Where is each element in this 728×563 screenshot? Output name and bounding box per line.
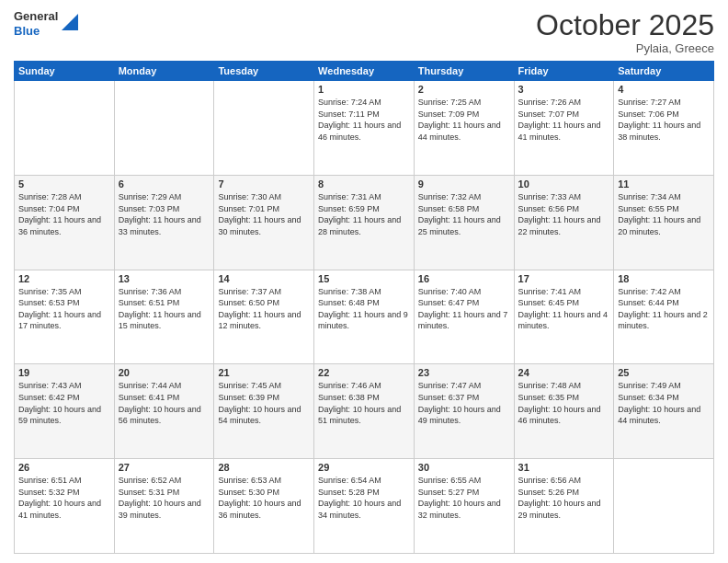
day-number: 26 xyxy=(18,462,110,473)
day-number: 1 xyxy=(318,84,410,95)
day-cell: 14Sunrise: 7:37 AM Sunset: 6:50 PM Dayli… xyxy=(214,270,314,364)
weekday-header-wednesday: Wednesday xyxy=(314,62,415,81)
day-info: Sunrise: 7:45 AM Sunset: 6:39 PM Dayligh… xyxy=(218,380,310,426)
day-info: Sunrise: 7:27 AM Sunset: 7:06 PM Dayligh… xyxy=(618,97,710,143)
day-cell: 26Sunrise: 6:51 AM Sunset: 5:32 PM Dayli… xyxy=(15,459,115,554)
day-cell: 25Sunrise: 7:49 AM Sunset: 6:34 PM Dayli… xyxy=(614,364,714,459)
day-cell: 18Sunrise: 7:42 AM Sunset: 6:44 PM Dayli… xyxy=(614,270,714,364)
day-cell: 19Sunrise: 7:43 AM Sunset: 6:42 PM Dayli… xyxy=(15,364,115,459)
day-cell: 4Sunrise: 7:27 AM Sunset: 7:06 PM Daylig… xyxy=(614,81,714,176)
day-cell: 27Sunrise: 6:52 AM Sunset: 5:31 PM Dayli… xyxy=(114,459,214,554)
day-number: 22 xyxy=(318,367,410,378)
weekday-header-thursday: Thursday xyxy=(414,62,514,81)
day-info: Sunrise: 7:24 AM Sunset: 7:11 PM Dayligh… xyxy=(318,97,410,143)
day-info: Sunrise: 7:49 AM Sunset: 6:34 PM Dayligh… xyxy=(618,380,710,426)
day-number: 31 xyxy=(518,462,610,473)
day-number: 6 xyxy=(119,178,210,190)
day-number: 2 xyxy=(418,84,510,95)
day-number: 20 xyxy=(119,367,210,378)
day-info: Sunrise: 7:48 AM Sunset: 6:35 PM Dayligh… xyxy=(518,380,610,426)
day-number: 28 xyxy=(218,462,310,473)
day-cell: 16Sunrise: 7:40 AM Sunset: 6:47 PM Dayli… xyxy=(414,270,514,364)
day-info: Sunrise: 6:55 AM Sunset: 5:27 PM Dayligh… xyxy=(418,475,510,521)
calendar-table: SundayMondayTuesdayWednesdayThursdayFrid… xyxy=(14,61,714,554)
day-cell: 1Sunrise: 7:24 AM Sunset: 7:11 PM Daylig… xyxy=(314,81,415,176)
week-row-4: 19Sunrise: 7:43 AM Sunset: 6:42 PM Dayli… xyxy=(15,364,714,459)
day-info: Sunrise: 7:30 AM Sunset: 7:01 PM Dayligh… xyxy=(218,191,310,237)
day-cell: 13Sunrise: 7:36 AM Sunset: 6:51 PM Dayli… xyxy=(114,270,214,364)
svg-marker-0 xyxy=(62,14,78,30)
day-info: Sunrise: 7:44 AM Sunset: 6:41 PM Dayligh… xyxy=(119,380,210,426)
day-info: Sunrise: 7:40 AM Sunset: 6:47 PM Dayligh… xyxy=(418,286,510,332)
day-number: 3 xyxy=(518,84,610,95)
day-info: Sunrise: 7:36 AM Sunset: 6:51 PM Dayligh… xyxy=(119,286,210,332)
day-info: Sunrise: 6:51 AM Sunset: 5:32 PM Dayligh… xyxy=(18,475,110,521)
day-cell: 22Sunrise: 7:46 AM Sunset: 6:38 PM Dayli… xyxy=(314,364,415,459)
logo: General Blue xyxy=(14,9,78,38)
day-number: 7 xyxy=(218,178,310,190)
week-row-1: 1Sunrise: 7:24 AM Sunset: 7:11 PM Daylig… xyxy=(15,81,714,176)
weekday-header-sunday: Sunday xyxy=(15,62,115,81)
day-cell xyxy=(614,459,714,554)
title-section: October 2025 Pylaia, Greece xyxy=(536,9,714,55)
day-cell xyxy=(214,81,314,176)
week-row-2: 5Sunrise: 7:28 AM Sunset: 7:04 PM Daylig… xyxy=(15,175,714,270)
day-cell: 9Sunrise: 7:32 AM Sunset: 6:58 PM Daylig… xyxy=(414,175,514,270)
day-number: 4 xyxy=(618,84,710,95)
day-cell: 12Sunrise: 7:35 AM Sunset: 6:53 PM Dayli… xyxy=(15,270,115,364)
day-cell: 24Sunrise: 7:48 AM Sunset: 6:35 PM Dayli… xyxy=(514,364,614,459)
day-number: 10 xyxy=(518,178,610,190)
day-info: Sunrise: 7:28 AM Sunset: 7:04 PM Dayligh… xyxy=(18,191,110,237)
month-title: October 2025 xyxy=(536,9,714,41)
day-cell: 31Sunrise: 6:56 AM Sunset: 5:26 PM Dayli… xyxy=(514,459,614,554)
weekday-header-saturday: Saturday xyxy=(614,62,714,81)
day-number: 19 xyxy=(18,367,110,378)
day-number: 24 xyxy=(518,367,610,378)
day-info: Sunrise: 7:34 AM Sunset: 6:55 PM Dayligh… xyxy=(618,191,710,237)
day-info: Sunrise: 7:41 AM Sunset: 6:45 PM Dayligh… xyxy=(518,286,610,332)
day-number: 11 xyxy=(618,178,710,190)
day-cell: 3Sunrise: 7:26 AM Sunset: 7:07 PM Daylig… xyxy=(514,81,614,176)
week-row-5: 26Sunrise: 6:51 AM Sunset: 5:32 PM Dayli… xyxy=(15,459,714,554)
day-number: 8 xyxy=(318,178,410,190)
day-cell: 11Sunrise: 7:34 AM Sunset: 6:55 PM Dayli… xyxy=(614,175,714,270)
day-number: 30 xyxy=(418,462,510,473)
day-info: Sunrise: 7:26 AM Sunset: 7:07 PM Dayligh… xyxy=(518,97,610,143)
day-number: 21 xyxy=(218,367,310,378)
day-info: Sunrise: 7:29 AM Sunset: 7:03 PM Dayligh… xyxy=(119,191,210,237)
day-info: Sunrise: 6:52 AM Sunset: 5:31 PM Dayligh… xyxy=(119,475,210,521)
day-cell: 30Sunrise: 6:55 AM Sunset: 5:27 PM Dayli… xyxy=(414,459,514,554)
day-info: Sunrise: 6:53 AM Sunset: 5:30 PM Dayligh… xyxy=(218,475,310,521)
day-info: Sunrise: 7:42 AM Sunset: 6:44 PM Dayligh… xyxy=(618,286,710,332)
day-cell: 28Sunrise: 6:53 AM Sunset: 5:30 PM Dayli… xyxy=(214,459,314,554)
header: General Blue October 2025 Pylaia, Greece xyxy=(14,9,714,55)
weekday-header-row: SundayMondayTuesdayWednesdayThursdayFrid… xyxy=(15,62,714,81)
day-cell: 20Sunrise: 7:44 AM Sunset: 6:41 PM Dayli… xyxy=(114,364,214,459)
day-number: 5 xyxy=(18,178,110,190)
day-number: 18 xyxy=(618,273,710,284)
day-info: Sunrise: 7:25 AM Sunset: 7:09 PM Dayligh… xyxy=(418,97,510,143)
day-number: 9 xyxy=(418,178,510,190)
weekday-header-tuesday: Tuesday xyxy=(214,62,314,81)
day-cell xyxy=(114,81,214,176)
day-number: 14 xyxy=(218,273,310,284)
day-info: Sunrise: 7:46 AM Sunset: 6:38 PM Dayligh… xyxy=(318,380,410,426)
day-cell: 23Sunrise: 7:47 AM Sunset: 6:37 PM Dayli… xyxy=(414,364,514,459)
day-number: 23 xyxy=(418,367,510,378)
location: Pylaia, Greece xyxy=(536,41,714,55)
day-number: 16 xyxy=(418,273,510,284)
day-info: Sunrise: 7:37 AM Sunset: 6:50 PM Dayligh… xyxy=(218,286,310,332)
day-cell: 15Sunrise: 7:38 AM Sunset: 6:48 PM Dayli… xyxy=(314,270,415,364)
day-info: Sunrise: 7:31 AM Sunset: 6:59 PM Dayligh… xyxy=(318,191,410,237)
logo-text: General Blue xyxy=(14,9,58,38)
day-cell: 7Sunrise: 7:30 AM Sunset: 7:01 PM Daylig… xyxy=(214,175,314,270)
day-info: Sunrise: 7:43 AM Sunset: 6:42 PM Dayligh… xyxy=(18,380,110,426)
day-info: Sunrise: 7:32 AM Sunset: 6:58 PM Dayligh… xyxy=(418,191,510,237)
day-info: Sunrise: 7:38 AM Sunset: 6:48 PM Dayligh… xyxy=(318,286,410,332)
day-info: Sunrise: 7:35 AM Sunset: 6:53 PM Dayligh… xyxy=(18,286,110,332)
day-info: Sunrise: 6:56 AM Sunset: 5:26 PM Dayligh… xyxy=(518,475,610,521)
day-cell: 2Sunrise: 7:25 AM Sunset: 7:09 PM Daylig… xyxy=(414,81,514,176)
day-number: 15 xyxy=(318,273,410,284)
day-cell: 8Sunrise: 7:31 AM Sunset: 6:59 PM Daylig… xyxy=(314,175,415,270)
day-cell: 10Sunrise: 7:33 AM Sunset: 6:56 PM Dayli… xyxy=(514,175,614,270)
